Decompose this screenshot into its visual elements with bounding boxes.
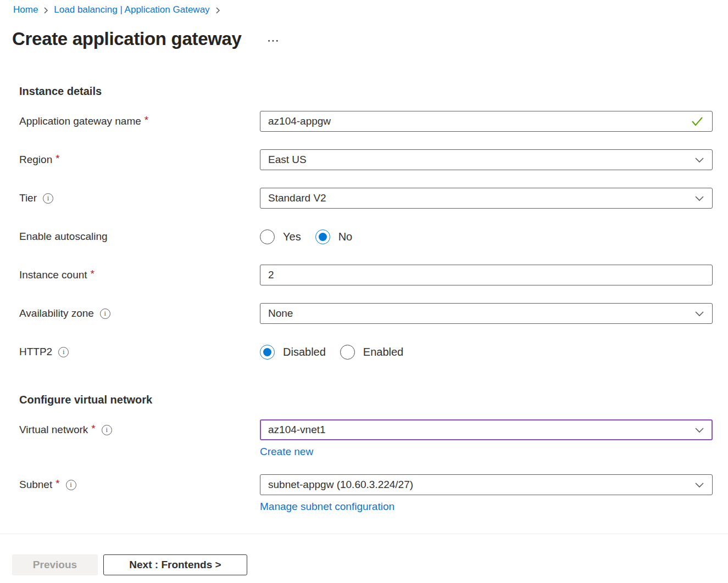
chevron-down-icon [694,157,704,163]
breadcrumb-link-load-balancing[interactable]: Load balancing | Application Gateway [54,4,209,15]
create-new-vnet-link[interactable]: Create new [260,446,313,458]
http2-disabled-radio[interactable] [260,345,275,360]
tier-dropdown[interactable]: Standard V2 [260,188,713,209]
field-label-availability-zone: Availability zone i [19,303,260,324]
chevron-down-icon [694,195,704,201]
region-value: East US [268,154,307,166]
valid-check-icon [690,115,704,127]
info-icon[interactable]: i [58,347,69,357]
page-title: Create application gateway [12,27,242,51]
label-text: Instance count [19,269,87,281]
required-asterisk: * [55,478,59,490]
section-heading-instance-details: Instance details [19,85,728,98]
autoscaling-no-label[interactable]: No [338,231,353,243]
field-label-tier: Tier i [19,188,260,209]
virtual-network-value: az104-vnet1 [268,424,326,436]
availability-zone-dropdown[interactable]: None [260,303,713,324]
footer: Previous Next : Frontends > [0,534,728,575]
form-row-region: Region * East US [0,149,728,170]
required-asterisk: * [55,153,59,165]
required-asterisk: * [145,114,148,126]
section-heading-configure-vnet: Configure virtual network [19,393,728,406]
form-row-subnet: Subnet * i subnet-appgw (10.60.3.224/27)… [0,474,728,513]
previous-button[interactable]: Previous [12,554,98,575]
required-asterisk: * [91,268,95,280]
breadcrumb-link-home[interactable]: Home [13,4,38,15]
field-label-enable-autoscaling: Enable autoscaling [19,226,260,247]
next-frontends-button[interactable]: Next : Frontends > [103,554,247,575]
info-icon[interactable]: i [66,480,76,490]
form-row-virtual-network: Virtual network * i az104-vnet1 Create n… [0,419,728,458]
field-label-http2: HTTP2 i [19,341,260,362]
chevron-right-icon [215,7,220,14]
field-label-subnet: Subnet * i [19,474,260,495]
required-asterisk: * [91,423,95,435]
label-text: HTTP2 [19,346,52,358]
label-text: Subnet [19,479,52,491]
http2-enabled-radio[interactable] [340,345,355,360]
label-text: Availability zone [19,307,94,319]
form-row-enable-autoscaling: Enable autoscaling Yes No [0,226,728,247]
breadcrumb: Home Load balancing | Application Gatewa… [13,4,728,15]
availability-zone-value: None [268,307,293,319]
app-gateway-name-input[interactable]: az104-appgw [260,111,713,132]
label-text: Application gateway name [19,115,141,127]
tier-value: Standard V2 [268,192,326,204]
field-label-virtual-network: Virtual network * i [19,419,260,440]
label-text: Virtual network [19,424,88,436]
chevron-down-icon [694,482,704,488]
field-label-instance-count: Instance count * [19,265,260,285]
region-dropdown[interactable]: East US [260,149,713,170]
subnet-value: subnet-appgw (10.60.3.224/27) [268,479,413,491]
label-text: Region [19,154,52,166]
form-row-instance-count: Instance count * 2 [0,265,728,285]
subnet-dropdown[interactable]: subnet-appgw (10.60.3.224/27) [260,474,713,495]
autoscaling-no-radio[interactable] [315,229,330,244]
instance-count-input[interactable]: 2 [260,265,713,285]
http2-disabled-label[interactable]: Disabled [283,346,326,358]
manage-subnet-configuration-link[interactable]: Manage subnet configuration [260,501,394,513]
info-icon[interactable]: i [43,193,53,204]
virtual-network-dropdown[interactable]: az104-vnet1 [260,419,713,440]
form-row-tier: Tier i Standard V2 [0,188,728,209]
field-label-region: Region * [19,149,260,170]
more-options-button[interactable]: ⋯ [267,35,280,47]
form-row-http2: HTTP2 i Disabled Enabled [0,341,728,362]
info-icon[interactable]: i [102,425,112,435]
form-row-app-gateway-name: Application gateway name * az104-appgw [0,111,728,132]
http2-enabled-label[interactable]: Enabled [363,346,403,358]
autoscaling-yes-label[interactable]: Yes [283,231,301,243]
chevron-right-icon [43,7,48,14]
info-icon[interactable]: i [100,309,110,319]
label-text: Enable autoscaling [19,231,108,243]
form-row-availability-zone: Availability zone i None [0,303,728,324]
label-text: Tier [19,192,37,204]
chevron-down-icon [694,427,704,433]
field-label-app-gateway-name: Application gateway name * [19,111,260,132]
app-gateway-name-value: az104-appgw [268,115,331,127]
autoscaling-yes-radio[interactable] [260,229,275,244]
instance-count-value: 2 [268,269,274,281]
chevron-down-icon [694,311,704,317]
